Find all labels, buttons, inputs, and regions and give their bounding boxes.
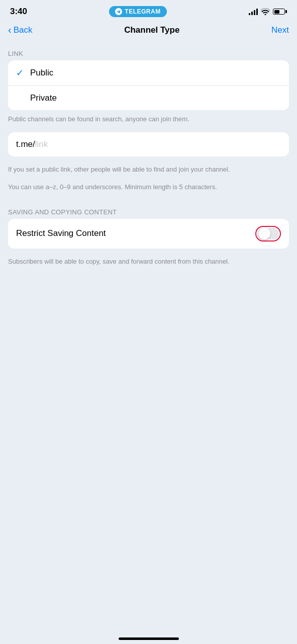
nav-bar: ‹ Back Channel Type Next bbox=[0, 20, 297, 42]
public-label: Public bbox=[30, 68, 53, 78]
back-label: Back bbox=[14, 25, 33, 35]
restrict-saving-card: Restrict Saving Content bbox=[8, 219, 289, 249]
link-hint-1: If you set a public link, other people w… bbox=[0, 160, 297, 175]
chevron-left-icon: ‹ bbox=[8, 24, 12, 36]
link-input-card: t.me/ bbox=[8, 132, 289, 156]
telegram-icon bbox=[115, 8, 122, 15]
toggle-thumb bbox=[258, 227, 270, 239]
battery-icon bbox=[273, 9, 287, 15]
status-icons bbox=[249, 8, 287, 15]
back-button[interactable]: ‹ Back bbox=[8, 24, 32, 36]
next-button[interactable]: Next bbox=[271, 25, 289, 35]
private-option-row[interactable]: Private bbox=[8, 86, 289, 110]
restrict-saving-toggle[interactable] bbox=[255, 226, 281, 242]
wifi-icon bbox=[261, 8, 270, 15]
signal-bars bbox=[249, 8, 258, 15]
home-indicator bbox=[119, 637, 179, 640]
link-input[interactable] bbox=[35, 139, 281, 149]
link-prefix: t.me/ bbox=[16, 139, 35, 149]
public-option-row[interactable]: ✓ Public bbox=[8, 60, 289, 86]
page-title: Channel Type bbox=[124, 25, 179, 35]
telegram-badge: TELEGRAM bbox=[109, 6, 166, 17]
restrict-saving-row: Restrict Saving Content bbox=[8, 219, 289, 249]
status-bar: 3:40 TELEGRAM bbox=[0, 0, 297, 20]
saving-section-label: SAVING AND COPYING CONTENT bbox=[0, 200, 297, 219]
restrict-saving-label: Restrict Saving Content bbox=[16, 228, 106, 238]
link-type-description: Public channels can be found in search, … bbox=[0, 110, 297, 124]
link-hint-2: You can use a–z, 0–9 and underscores. Mi… bbox=[0, 178, 297, 192]
telegram-badge-text: TELEGRAM bbox=[125, 8, 160, 15]
check-icon: ✓ bbox=[16, 67, 30, 78]
toggle-track bbox=[257, 228, 279, 239]
link-type-card: ✓ Public Private bbox=[8, 60, 289, 110]
status-time: 3:40 bbox=[10, 7, 27, 17]
private-label: Private bbox=[30, 93, 57, 103]
status-center: TELEGRAM bbox=[109, 6, 166, 17]
link-section-label: LINK bbox=[0, 42, 297, 60]
saving-description: Subscribers will be able to copy, save a… bbox=[0, 253, 297, 267]
